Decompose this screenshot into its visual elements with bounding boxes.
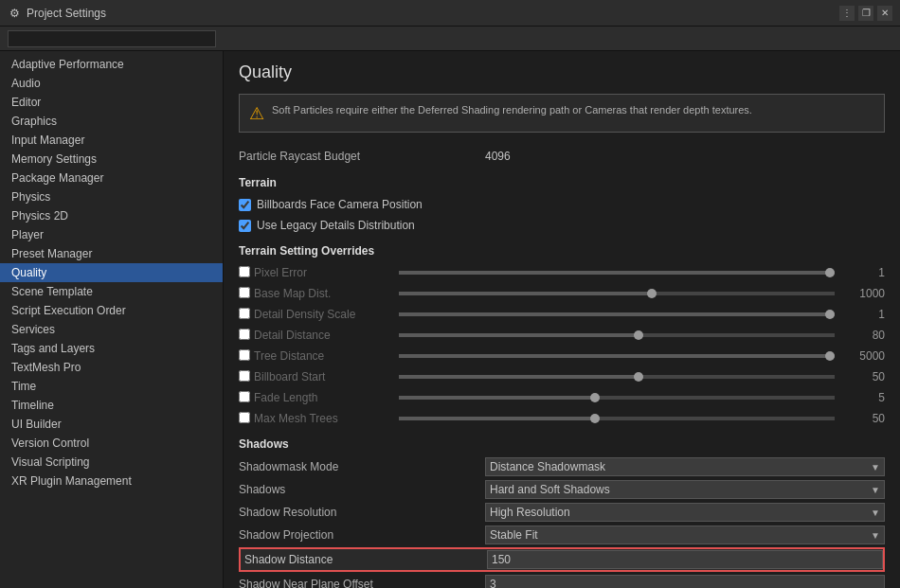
sidebar-item-audio[interactable]: Audio	[0, 74, 223, 93]
sidebar-item-adaptive-performance[interactable]: Adaptive Performance	[0, 55, 223, 74]
billboards-row: Billboards Face Camera Position	[239, 195, 885, 214]
title-bar-controls: ⋮ ❐ ✕	[839, 6, 892, 21]
slider-row-fade-length: Fade Length 5	[239, 388, 885, 407]
shadow-distance-label: Shadow Distance	[241, 553, 487, 566]
sidebar-item-visual-scripting[interactable]: Visual Scripting	[0, 453, 223, 472]
slider-track[interactable]	[399, 375, 835, 379]
slider-value: 1	[842, 266, 885, 279]
terrain-overrides-header: Terrain Setting Overrides	[239, 244, 885, 258]
sidebar-item-preset-manager[interactable]: Preset Manager	[0, 244, 223, 263]
shadow-label: Shadow Near Plane Offset	[239, 578, 485, 588]
sidebar-item-script-execution-order[interactable]: Script Execution Order	[0, 301, 223, 320]
billboards-checkbox[interactable]	[239, 199, 251, 211]
sidebar-item-physics-2d[interactable]: Physics 2D	[0, 206, 223, 225]
sidebar-item-time[interactable]: Time	[0, 377, 223, 396]
search-input[interactable]	[8, 30, 216, 47]
warning-box: ⚠ Soft Particles require either the Defe…	[239, 94, 885, 133]
title-bar-title: Project Settings	[27, 7, 839, 20]
terrain-header: Terrain	[239, 176, 885, 189]
slider-label: Max Mesh Trees	[254, 412, 391, 425]
slider-track[interactable]	[399, 354, 835, 358]
slider-label: Base Map Dist.	[254, 287, 391, 300]
shadow-distance-input[interactable]	[487, 550, 883, 569]
shadow-dropdown[interactable]: High Resolution ▼	[485, 503, 885, 522]
shadow-label: Shadow Projection	[239, 528, 485, 542]
slider-track[interactable]	[399, 292, 835, 295]
slider-track[interactable]	[399, 271, 835, 275]
sidebar-item-memory-settings[interactable]: Memory Settings	[0, 150, 223, 169]
slider-row-billboard-start: Billboard Start 50	[239, 367, 885, 386]
sidebar-item-tags-and-layers[interactable]: Tags and Layers	[0, 339, 223, 358]
shadow-row-shadowmask-mode: Shadowmask Mode Distance Shadowmask ▼	[239, 456, 885, 477]
content-area: Quality ⚠ Soft Particles require either …	[224, 51, 900, 588]
particle-raycast-row: Particle Raycast Budget 4096	[239, 146, 885, 167]
slider-checkbox[interactable]	[239, 412, 254, 426]
slider-label: Detail Density Scale	[254, 308, 391, 321]
particle-raycast-value: 4096	[485, 150, 885, 163]
title-bar-icon: ⚙	[8, 7, 21, 20]
sidebar-item-timeline[interactable]: Timeline	[0, 396, 223, 415]
slider-label: Pixel Error	[254, 266, 391, 279]
slider-row-tree-distance: Tree Distance 5000	[239, 347, 885, 365]
slider-checkbox[interactable]	[239, 266, 254, 280]
sidebar-item-editor[interactable]: Editor	[0, 93, 223, 112]
sidebar-item-player[interactable]: Player	[0, 225, 223, 244]
shadow-label: Shadows	[239, 483, 485, 496]
slider-container: Pixel Error 1 Base Map Dist. 1000 Detail…	[239, 263, 885, 428]
title-bar-maximize-btn[interactable]: ❐	[858, 6, 873, 21]
shadow-row-shadow-projection: Shadow Projection Stable Fit ▼	[239, 525, 885, 545]
slider-checkbox[interactable]	[239, 370, 254, 384]
shadows-rows-container: Shadowmask Mode Distance Shadowmask ▼ Sh…	[239, 456, 885, 588]
sidebar-item-version-control[interactable]: Version Control	[0, 434, 223, 453]
slider-row-pixel-error: Pixel Error 1	[239, 263, 885, 282]
sidebar-item-textmesh-pro[interactable]: TextMesh Pro	[0, 358, 223, 377]
dropdown-arrow-icon: ▼	[871, 462, 880, 472]
dropdown-arrow-icon: ▼	[871, 508, 880, 518]
shadow-dropdown[interactable]: Distance Shadowmask ▼	[485, 457, 885, 476]
slider-checkbox[interactable]	[239, 287, 254, 301]
shadows-header: Shadows	[239, 437, 885, 451]
sidebar: Adaptive PerformanceAudioEditorGraphicsI…	[0, 51, 224, 588]
shadow-label: Shadow Resolution	[239, 506, 485, 519]
legacy-row: Use Legacy Details Distribution	[239, 216, 885, 235]
sidebar-item-quality[interactable]: Quality	[0, 263, 223, 282]
dropdown-arrow-icon: ▼	[871, 485, 880, 495]
slider-label: Tree Distance	[254, 349, 391, 363]
title-bar-close-btn[interactable]: ✕	[877, 6, 892, 21]
slider-checkbox[interactable]	[239, 329, 254, 343]
sidebar-item-graphics[interactable]: Graphics	[0, 112, 223, 131]
shadow-dropdown[interactable]: Hard and Soft Shadows ▼	[485, 480, 885, 499]
legacy-checkbox[interactable]	[239, 220, 251, 232]
slider-track[interactable]	[399, 312, 835, 316]
slider-track[interactable]	[399, 396, 835, 400]
slider-label: Detail Distance	[254, 329, 391, 342]
warning-icon: ⚠	[249, 103, 264, 124]
slider-value: 1000	[842, 287, 885, 300]
sidebar-item-scene-template[interactable]: Scene Template	[0, 282, 223, 301]
sidebar-item-physics[interactable]: Physics	[0, 187, 223, 206]
main-layout: Adaptive PerformanceAudioEditorGraphicsI…	[0, 51, 900, 588]
sidebar-item-xr-plugin-management[interactable]: XR Plugin Management	[0, 472, 223, 490]
dropdown-arrow-icon: ▼	[871, 530, 880, 541]
sidebar-item-ui-builder[interactable]: UI Builder	[0, 415, 223, 434]
slider-checkbox[interactable]	[239, 391, 254, 405]
particle-raycast-label: Particle Raycast Budget	[239, 150, 485, 163]
slider-track[interactable]	[399, 417, 835, 420]
page-title: Quality	[239, 62, 885, 82]
shadow-row-shadow-resolution: Shadow Resolution High Resolution ▼	[239, 502, 885, 523]
sidebar-item-input-manager[interactable]: Input Manager	[0, 131, 223, 150]
slider-row-max-mesh-trees: Max Mesh Trees 50	[239, 409, 885, 428]
slider-track[interactable]	[399, 333, 835, 337]
shadow-row-shadow-near-plane-offset: Shadow Near Plane Offset	[239, 574, 885, 588]
shadow-dropdown[interactable]: Stable Fit ▼	[485, 526, 885, 544]
slider-value: 5000	[842, 349, 885, 363]
slider-row-base-map-dist.: Base Map Dist. 1000	[239, 284, 885, 303]
shadow-input[interactable]	[485, 575, 885, 588]
sidebar-item-package-manager[interactable]: Package Manager	[0, 169, 223, 187]
slider-checkbox[interactable]	[239, 349, 254, 364]
slider-value: 1	[842, 308, 885, 321]
sidebar-item-services[interactable]: Services	[0, 320, 223, 339]
title-bar-menu-btn[interactable]: ⋮	[839, 6, 855, 21]
slider-checkbox[interactable]	[239, 308, 254, 322]
slider-value: 80	[842, 329, 885, 342]
